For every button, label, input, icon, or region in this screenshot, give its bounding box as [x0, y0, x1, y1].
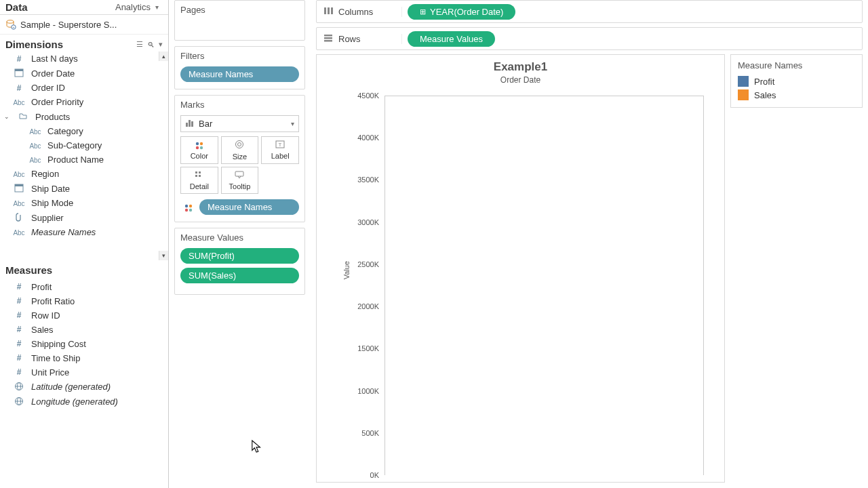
field-label: Ship Date [31, 184, 70, 194]
marks-color[interactable]: Color [180, 136, 218, 164]
mark-type-select[interactable]: Bar [180, 115, 299, 132]
datasource-icon: + [5, 19, 16, 30]
color-icon [180, 201, 197, 212]
dimensions-menu-icon[interactable]: ▾ [159, 40, 163, 49]
measure-field-latitude-generated-[interactable]: Latitude (generated) [0, 380, 168, 394]
search-fields-icon[interactable]: 🔍︎ [147, 41, 155, 49]
data-tab[interactable]: Data [5, 1, 84, 13]
rows-icon [323, 34, 333, 44]
measure-field-shipping-cost[interactable]: #Shipping Cost [0, 337, 168, 351]
measures-list: #Profit#Profit Ratio#Row ID#Sales#Shippi… [0, 280, 168, 489]
legend-swatch [738, 76, 749, 87]
plus-icon: ⊞ [420, 7, 426, 16]
list-view-icon[interactable]: ☰ [136, 40, 143, 49]
dimension-field-order-id[interactable]: #Order ID [0, 81, 168, 95]
datasource-name: Sample - Superstore S... [20, 20, 117, 30]
marks-size[interactable]: Size [221, 136, 259, 164]
size-icon [223, 140, 257, 151]
field-type-icon: Abc [12, 228, 26, 237]
field-label: Profit Ratio [31, 296, 75, 306]
field-label: Region [31, 169, 59, 179]
measure-field-sales[interactable]: #Sales [0, 323, 168, 337]
worksheet-viz[interactable]: Example1 Order Date Value 4500K4000K3500… [316, 54, 725, 483]
field-type-icon: Abc [12, 199, 26, 207]
pages-shelf[interactable]: Pages [174, 0, 305, 41]
measure-values-shelf[interactable]: Measure Values SUM(Profit)SUM(Sales) [174, 228, 305, 295]
dimension-field-products[interactable]: ⌄Products [0, 109, 168, 124]
dimension-field-product-name[interactable]: AbcProduct Name [0, 152, 168, 167]
field-type-icon [16, 111, 30, 122]
analytics-tab-dropdown[interactable]: Analytics [84, 2, 163, 12]
field-label: Profit [31, 282, 52, 292]
field-label: Row ID [31, 310, 60, 321]
measures-header: Measures [0, 260, 168, 280]
field-type-icon: # [12, 325, 26, 334]
app-root: Data Analytics + Sample - Superstore S..… [0, 0, 868, 488]
field-label: Order ID [31, 83, 65, 93]
sidebar-tab-header: Data Analytics [0, 0, 168, 15]
field-type-icon: Abc [28, 127, 42, 136]
measure-field-profit-ratio[interactable]: #Profit Ratio [0, 294, 168, 308]
svg-rect-28 [235, 171, 243, 176]
measure-field-row-id[interactable]: #Row ID [0, 308, 168, 323]
field-label: Longitude (generated) [31, 396, 118, 407]
marks-detail[interactable]: Detail [180, 167, 218, 194]
svg-point-16 [196, 142, 199, 145]
svg-text:T: T [279, 142, 282, 148]
bar-icon [185, 119, 195, 129]
viz-title[interactable]: Example1 [317, 55, 724, 74]
marks-tooltip[interactable]: Tooltip [221, 167, 259, 194]
rows-shelf[interactable]: Rows Measure Values [316, 27, 863, 50]
expand-caret-icon[interactable]: ⌄ [4, 113, 11, 120]
mv-pill-sum-sales-[interactable]: SUM(Sales) [180, 268, 299, 283]
field-label: Sub-Category [47, 140, 102, 150]
dimension-field-region[interactable]: AbcRegion [0, 167, 168, 181]
svg-rect-24 [195, 171, 197, 174]
plot-area[interactable] [384, 96, 704, 475]
measure-field-longitude-generated-[interactable]: Longitude (generated) [0, 394, 168, 409]
field-type-icon: Abc [28, 142, 42, 150]
legend-title: Measure Names [738, 60, 855, 70]
y-tick: 2000K [357, 302, 379, 310]
y-tick: 500K [361, 429, 379, 437]
svg-point-18 [196, 146, 199, 149]
color-legend[interactable]: Measure Names ProfitSales [730, 54, 863, 108]
field-type-icon [12, 396, 26, 407]
svg-point-17 [200, 142, 203, 145]
filters-shelf[interactable]: Filters Measure Names [174, 46, 305, 89]
scroll-arrow-up[interactable]: ▴ [159, 52, 168, 61]
filter-pill-measure-names[interactable]: Measure Names [180, 66, 299, 82]
legend-item-sales[interactable]: Sales [738, 88, 855, 102]
scroll-arrow-dn[interactable]: ▾ [159, 251, 168, 260]
measure-field-time-to-ship[interactable]: #Time to Ship [0, 351, 168, 365]
marks-title: Marks [175, 96, 304, 111]
datasource-row[interactable]: + Sample - Superstore S... [0, 15, 168, 35]
rows-pill-measure-values[interactable]: Measure Values [408, 31, 495, 47]
marks-label[interactable]: T Label [261, 136, 299, 164]
dimension-field-supplier[interactable]: Supplier [0, 210, 168, 225]
dimension-field-order-date[interactable]: Order Date [0, 66, 168, 81]
dimension-field-measure-names[interactable]: AbcMeasure Names [0, 225, 168, 239]
columns-pill-year-order-date[interactable]: ⊞ YEAR(Order Date) [408, 4, 515, 20]
svg-point-31 [185, 208, 188, 211]
field-type-icon: # [12, 282, 26, 291]
dimension-field-ship-date[interactable]: Ship Date [0, 181, 168, 196]
mv-pill-sum-profit-[interactable]: SUM(Profit) [180, 248, 299, 264]
svg-rect-33 [324, 7, 326, 14]
columns-shelf[interactable]: Columns ⊞ YEAR(Order Date) [316, 0, 863, 23]
measure-field-unit-price[interactable]: #Unit Price [0, 365, 168, 380]
measure-field-profit[interactable]: #Profit [0, 280, 168, 294]
dimensions-title: Dimensions [5, 39, 132, 50]
dimension-field-sub-category[interactable]: AbcSub-Category [0, 138, 168, 152]
dimension-field-order-priority[interactable]: AbcOrder Priority [0, 95, 168, 109]
svg-point-19 [200, 146, 203, 149]
legend-item-profit[interactable]: Profit [738, 75, 855, 88]
dimension-field-last-n-days[interactable]: #Last N days [0, 52, 168, 66]
field-label: Order Date [31, 68, 75, 79]
dimension-field-category[interactable]: AbcCategory [0, 124, 168, 138]
dimension-field-ship-mode[interactable]: AbcShip Mode [0, 196, 168, 210]
svg-rect-25 [199, 171, 201, 174]
main-column: Columns ⊞ YEAR(Order Date) Rows Measure … [311, 0, 868, 488]
rows-label: Rows [338, 34, 361, 44]
color-pill-measure-names[interactable]: Measure Names [199, 199, 299, 215]
